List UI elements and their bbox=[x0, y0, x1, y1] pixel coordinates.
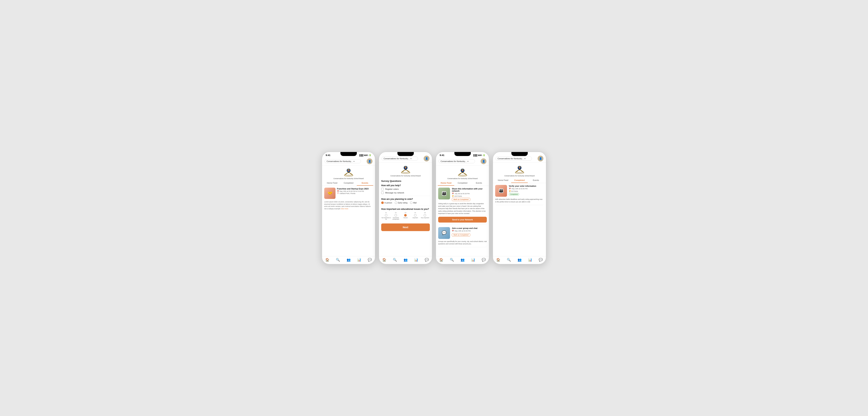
mark-completed-btn-1[interactable]: Mark as Completed bbox=[452, 198, 470, 201]
nav-chart-4[interactable]: 📊 bbox=[525, 258, 535, 262]
nav-search-1[interactable]: 🔍 bbox=[333, 258, 343, 262]
tabs-1: Home Feed Completed Events bbox=[322, 180, 375, 186]
event-info-1: Franchise and Startup Expo 2023 📅 May 15… bbox=[337, 187, 373, 199]
content-3: 👨‍👩‍👧 Share this information with your n… bbox=[436, 186, 489, 256]
points-badge-1: 🏆 100 Points bbox=[452, 195, 487, 197]
tab-completed-3[interactable]: Completed bbox=[454, 180, 471, 186]
checkbox-message-input[interactable] bbox=[381, 192, 384, 194]
checkbox-register[interactable]: Register voters bbox=[381, 188, 430, 190]
org-selector-1[interactable]: Conservatives for Kentucky... ▾ bbox=[324, 159, 361, 163]
event-date-1: 📅 May 15th at 03:45 PM to 5:30 PM bbox=[337, 190, 373, 192]
tab-home-feed-4[interactable]: Home Feed bbox=[495, 178, 511, 183]
phone-screen-1: 9:41 ▐▐▐ WiFi 🔋 Conservatives for Kentuc… bbox=[322, 152, 375, 264]
nav-search-2[interactable]: 🔍 bbox=[390, 258, 400, 262]
svg-point-21 bbox=[519, 167, 520, 169]
nav-chart-3[interactable]: 📊 bbox=[468, 258, 478, 262]
scale-item-4[interactable]: 04 Important bbox=[410, 212, 420, 220]
org-logo-4 bbox=[514, 165, 525, 175]
nav-people-4[interactable]: 👥 bbox=[514, 258, 525, 262]
svg-point-12 bbox=[407, 166, 407, 167]
svg-point-9 bbox=[405, 167, 406, 169]
scale-item-3[interactable]: 03 Neutral bbox=[401, 212, 410, 220]
org-selector-2[interactable]: Conservatives for Kentucky... ▾ bbox=[381, 157, 418, 161]
nav-people-1[interactable]: 👥 bbox=[343, 258, 354, 262]
tab-completed-1[interactable]: Completed bbox=[340, 180, 356, 186]
nav-search-3[interactable]: 🔍 bbox=[446, 258, 457, 262]
org-name-2: Conservatives for Kentucky... bbox=[383, 158, 409, 160]
tab-home-feed-1[interactable]: Home Feed bbox=[324, 180, 340, 186]
logo-area-4: Conservatives for Kentucky School Board bbox=[493, 163, 546, 178]
avatar-4[interactable]: 👤 bbox=[537, 155, 544, 162]
nav-home-2[interactable]: 🏠 bbox=[379, 258, 390, 262]
view-more-link-1[interactable]: view more bbox=[341, 208, 348, 210]
svg-point-3 bbox=[348, 170, 349, 171]
tab-events-1[interactable]: Events bbox=[357, 180, 373, 186]
nav-chat-3[interactable]: 💬 bbox=[478, 258, 489, 262]
svg-point-17 bbox=[462, 169, 463, 169]
mark-completed-btn-2[interactable]: Mark as Completed bbox=[452, 233, 470, 237]
scale-dot-3[interactable] bbox=[404, 214, 407, 216]
nav-chat-4[interactable]: 💬 bbox=[535, 258, 546, 262]
scale-label-5: Very Important bbox=[421, 217, 429, 218]
org-selector-3[interactable]: Conservatives for Kentucky... ▾ bbox=[439, 159, 475, 163]
notch-3 bbox=[455, 152, 471, 156]
svg-point-23 bbox=[519, 166, 520, 166]
content-1: 🤝 Franchise and Startup Expo 2023 📅 May … bbox=[322, 186, 375, 256]
org-fullname-1: Conservatives for Kentucky School Board bbox=[333, 178, 364, 179]
radio-in-person[interactable]: In person bbox=[381, 202, 392, 204]
completed-top-1: 👨‍👩‍👧 Verify your voter information 📅 Ma… bbox=[495, 185, 544, 197]
nav-people-3[interactable]: 👥 bbox=[457, 258, 468, 262]
avatar-3[interactable]: 👤 bbox=[480, 159, 487, 164]
org-logo-3 bbox=[457, 167, 468, 177]
scale-dot-1[interactable] bbox=[385, 214, 388, 216]
status-icons-3: ▐▐▐ WiFi 🔋 bbox=[473, 154, 485, 157]
status-icons-1: ▐▐▐ WiFi 🔋 bbox=[359, 154, 371, 157]
scale-item-5[interactable]: 05 Very Important bbox=[420, 212, 430, 220]
send-network-btn-1[interactable]: Send to your Network bbox=[438, 217, 487, 222]
battery-icon-3: 🔋 bbox=[483, 154, 485, 157]
radio-early-voting-input[interactable] bbox=[395, 202, 397, 204]
checkbox-register-input[interactable] bbox=[381, 188, 384, 190]
svg-point-5 bbox=[348, 169, 349, 169]
checkbox-message[interactable]: Message my network bbox=[381, 192, 430, 194]
radio-early-voting[interactable]: Early voting bbox=[395, 202, 407, 204]
radio-in-person-label: In person bbox=[384, 202, 392, 204]
scale-dot-2[interactable] bbox=[395, 214, 397, 216]
scale-item-1[interactable]: 01 Not important at all bbox=[381, 212, 391, 220]
tab-home-feed-3[interactable]: Home Feed bbox=[438, 180, 454, 186]
completed-title-1: Verify your voter information bbox=[509, 185, 544, 187]
avatar-2[interactable]: 👤 bbox=[424, 155, 429, 162]
completed-date-1: 📅 May 15th at 03:45 PM bbox=[509, 188, 544, 189]
tab-completed-4[interactable]: Completed bbox=[511, 178, 528, 183]
scale-dot-4[interactable] bbox=[414, 214, 416, 216]
scale-item-2[interactable]: 02 Somewhat unimportant bbox=[391, 212, 401, 220]
scale-num-4: 04 bbox=[414, 212, 416, 213]
nav-chat-1[interactable]: 💬 bbox=[365, 258, 375, 262]
survey-q3: How important are educational issues to … bbox=[381, 208, 430, 210]
wifi-icon: WiFi bbox=[364, 154, 368, 157]
next-button[interactable]: Next bbox=[381, 223, 430, 231]
nav-chart-2[interactable]: 📊 bbox=[411, 258, 422, 262]
org-fullname-4: Conservatives for Kentucky School Board bbox=[504, 175, 534, 177]
completed-info-1: Verify your voter information 📅 May 15th… bbox=[509, 185, 544, 197]
nav-chart-1[interactable]: 📊 bbox=[354, 258, 365, 262]
tab-events-4[interactable]: Events bbox=[528, 178, 544, 183]
radio-in-person-input[interactable] bbox=[381, 202, 384, 204]
nav-search-4[interactable]: 🔍 bbox=[503, 258, 514, 262]
tab-events-3[interactable]: Events bbox=[471, 180, 487, 186]
nav-home-3[interactable]: 🏠 bbox=[436, 258, 446, 262]
radio-mail[interactable]: Mail bbox=[410, 202, 416, 204]
radio-mail-input[interactable] bbox=[410, 202, 412, 204]
scale-dot-5[interactable] bbox=[424, 214, 426, 216]
nav-chat-2[interactable]: 💬 bbox=[422, 258, 432, 262]
nav-home-4[interactable]: 🏠 bbox=[493, 258, 503, 262]
svg-point-6 bbox=[350, 169, 350, 170]
bottom-nav-1: 🏠 🔍 👥 📊 💬 bbox=[322, 256, 375, 264]
org-selector-4[interactable]: Conservatives for Kentucky... ▾ bbox=[496, 157, 532, 161]
nav-home-1[interactable]: 🏠 bbox=[322, 258, 333, 262]
content-2: Survey Questions How will you help? Regi… bbox=[379, 178, 432, 256]
avatar-1[interactable]: 👤 bbox=[367, 159, 372, 164]
feed-info-2: Join a user group and chat 📅 May 15th at… bbox=[452, 227, 487, 239]
svg-point-24 bbox=[521, 166, 521, 167]
nav-people-2[interactable]: 👥 bbox=[400, 258, 411, 262]
